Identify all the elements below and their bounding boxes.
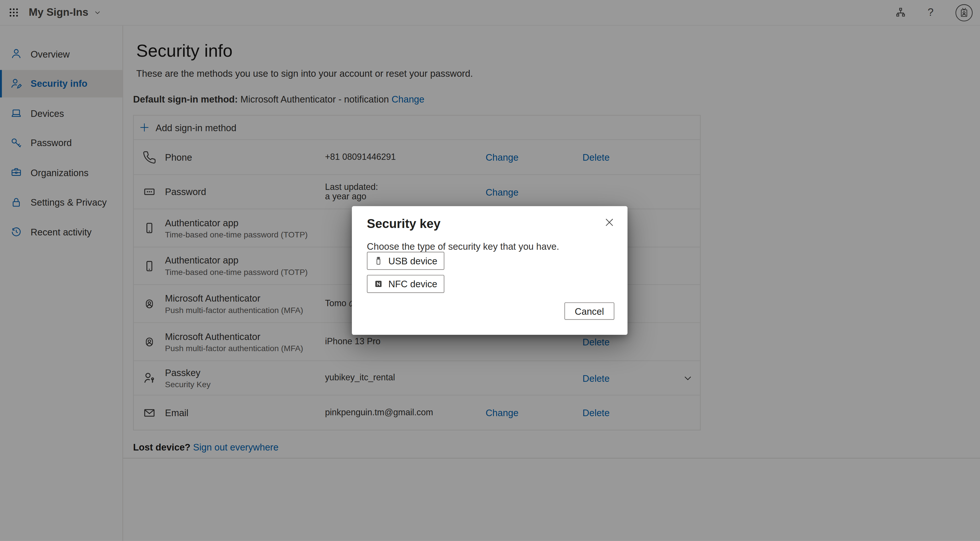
- cancel-label: Cancel: [575, 306, 604, 316]
- security-key-modal: Security key Choose the type of security…: [352, 206, 628, 335]
- modal-body-text: Choose the type of security key that you…: [367, 241, 559, 252]
- nfc-device-label: NFC device: [388, 279, 437, 289]
- modal-title: Security key: [367, 215, 441, 232]
- nfc-icon: [374, 279, 383, 289]
- usb-device-label: USB device: [388, 255, 437, 266]
- nfc-device-button[interactable]: NFC device: [367, 275, 444, 293]
- my-signins-page: My Sign-Ins ? Ove: [0, 0, 980, 541]
- usb-device-button[interactable]: USB device: [367, 252, 444, 270]
- cancel-button[interactable]: Cancel: [565, 302, 614, 320]
- close-icon[interactable]: [604, 217, 615, 228]
- usb-icon: [374, 256, 383, 265]
